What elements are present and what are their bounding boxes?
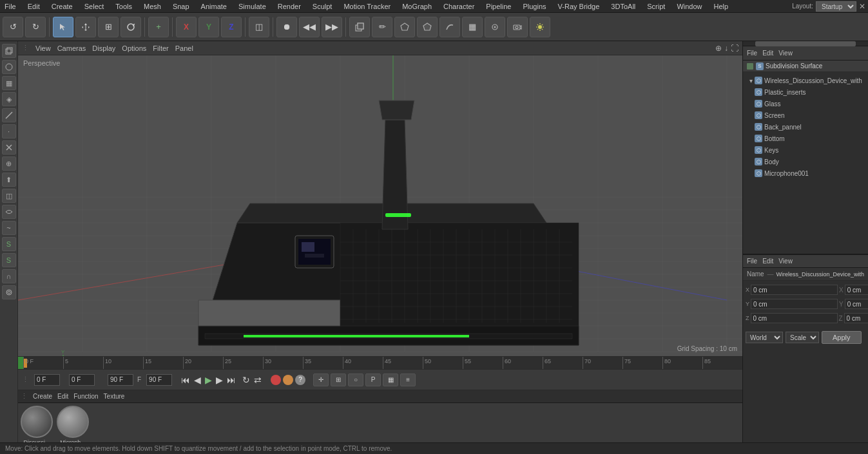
menu-mesh[interactable]: Mesh <box>142 3 163 10</box>
next-key-button[interactable]: ▶▶ <box>322 17 342 37</box>
menu-script[interactable]: Script <box>645 3 667 10</box>
mat-menu-texture[interactable]: Texture <box>104 393 125 400</box>
start-frame-input[interactable] <box>34 374 60 386</box>
mat-menu-create[interactable]: Create <box>33 393 52 400</box>
goto-end-button[interactable]: ⏭ <box>226 375 237 385</box>
prev-key-button[interactable]: ◀◀ <box>299 17 320 37</box>
material-swatch-1[interactable]: Discussi... <box>21 406 53 446</box>
record-status-red[interactable] <box>271 375 281 385</box>
tree-item-glass[interactable]: ⬡ Glass <box>744 98 867 109</box>
z-axis-button[interactable]: Z <box>221 17 242 37</box>
current-frame-input[interactable] <box>69 374 95 386</box>
tree-item-keys[interactable]: ⬡ Keys <box>744 144 867 156</box>
menu-character[interactable]: Character <box>441 3 476 10</box>
select-tool-button[interactable] <box>53 17 73 37</box>
polygon-button[interactable] <box>394 17 415 37</box>
menu-file[interactable]: File <box>3 3 18 10</box>
material-swatch-2[interactable]: Microph... <box>57 406 89 446</box>
sidebar-sphere-tool[interactable] <box>2 60 16 74</box>
x-rot-input[interactable] <box>845 285 868 295</box>
scale-dropdown[interactable]: Scale Size <box>786 332 819 343</box>
camera-button[interactable] <box>507 17 528 37</box>
playback-extra-4[interactable]: P <box>365 374 381 386</box>
vp-menu-options[interactable]: Options <box>122 44 146 52</box>
attr-menu-view[interactable]: View <box>778 258 793 265</box>
menu-sculpt[interactable]: Sculpt <box>311 3 334 10</box>
close-icon[interactable]: ✕ <box>859 2 865 11</box>
maximize-icon[interactable]: ⊕ <box>715 44 722 53</box>
mat-menu-function[interactable]: Function <box>73 393 98 400</box>
tree-item-wireless[interactable]: ▾ ⬡ Wireless_Discussion_Device_with <box>744 75 867 86</box>
vp-menu-cameras[interactable]: Cameras <box>57 44 86 52</box>
menu-select[interactable]: Select <box>82 3 106 10</box>
vp-menu-display[interactable]: Display <box>92 44 115 52</box>
record-button[interactable]: ⏺ <box>276 17 297 37</box>
playback-extra-3[interactable]: ○ <box>348 374 363 386</box>
subdivision-surface-item[interactable]: S Subdivision Surface <box>743 61 868 72</box>
sidebar-paint-tool[interactable]: S <box>2 237 16 251</box>
light-button[interactable] <box>530 17 550 37</box>
menu-help[interactable]: Help <box>712 3 731 10</box>
sidebar-snap3-tool[interactable] <box>2 285 16 299</box>
spline-button[interactable] <box>439 17 460 37</box>
menu-tools[interactable]: Tools <box>113 3 134 10</box>
sidebar-mesh-tool[interactable]: ▦ <box>2 76 16 90</box>
x-pos-input[interactable] <box>751 285 838 295</box>
obj-menu-file[interactable]: File <box>747 50 757 57</box>
playback-extra-1[interactable]: ✛ <box>313 374 329 386</box>
redo-button[interactable]: ↻ <box>25 17 46 37</box>
vp-menu-filter[interactable]: Filter <box>153 44 168 52</box>
sidebar-sculpt-tool[interactable]: S <box>2 253 16 267</box>
play-forward-button[interactable]: ▶ <box>204 375 213 385</box>
z-rot-input[interactable] <box>844 313 868 323</box>
menu-plugins[interactable]: Plugins <box>521 3 548 10</box>
obj-menu-view[interactable]: View <box>778 50 793 57</box>
vp-menu-panel[interactable]: Panel <box>175 44 193 52</box>
sidebar-cube-tool[interactable] <box>2 44 16 58</box>
menu-3dtoall[interactable]: 3DToAll <box>609 3 637 10</box>
add-object-button[interactable]: + <box>148 17 169 37</box>
menu-window[interactable]: Window <box>675 3 704 10</box>
tree-item-bottom[interactable]: ⬡ Bottom <box>744 133 867 144</box>
x-axis-button[interactable]: X <box>176 17 197 37</box>
record-status-orange[interactable] <box>283 375 293 385</box>
attr-menu-edit[interactable]: Edit <box>762 258 773 265</box>
tree-item-body[interactable]: ⬡ Body <box>744 156 867 167</box>
sidebar-knife-tool[interactable] <box>2 140 16 155</box>
menu-simulate[interactable]: Simulate <box>236 3 268 10</box>
deformer-button[interactable]: ▦ <box>462 17 483 37</box>
sidebar-weld-tool[interactable]: ⊕ <box>2 156 16 171</box>
pin-icon[interactable]: ↓ <box>724 44 728 53</box>
tree-item-plastic[interactable]: ⬡ Plastic_inserts <box>744 86 867 98</box>
undo-button[interactable]: ↺ <box>3 17 23 37</box>
bounce-button[interactable]: ⇄ <box>253 375 263 385</box>
expand-icon[interactable]: ⛶ <box>731 44 738 53</box>
shape-button[interactable] <box>417 17 438 37</box>
sidebar-magnet-tool[interactable]: ∩ <box>2 269 16 283</box>
layout-select[interactable]: Startup <box>816 1 856 12</box>
world-dropdown[interactable]: World Local Screen <box>746 332 783 343</box>
rotate-tool-button[interactable] <box>121 17 141 37</box>
sidebar-smooth-tool[interactable]: ~ <box>2 221 16 235</box>
viewport-3d[interactable]: X Y Z Perspective Grid Spacing : 10 cm <box>18 55 742 356</box>
sidebar-bevel-tool[interactable]: ◫ <box>2 189 16 203</box>
y-rot-input[interactable] <box>845 299 868 309</box>
loop-button[interactable]: ↻ <box>241 375 251 385</box>
pen-button[interactable]: ✏ <box>372 17 392 37</box>
sidebar-extrude-tool[interactable]: ⬆ <box>2 173 16 187</box>
mat-menu-edit[interactable]: Edit <box>57 393 68 400</box>
obj-menu-edit[interactable]: Edit <box>762 50 773 57</box>
tree-item-microphone001[interactable]: ⬡ Microphone001 <box>744 167 867 179</box>
world-button[interactable]: ◫ <box>249 17 269 37</box>
timeline-ruler[interactable]: 0 F51015202530354045505560657075808590 <box>23 357 742 370</box>
vp-menu-view[interactable]: View <box>35 44 51 52</box>
snap-settings-button[interactable] <box>485 17 505 37</box>
menu-mograph[interactable]: MoGraph <box>400 3 434 10</box>
menu-edit[interactable]: Edit <box>26 3 42 10</box>
sidebar-vertex-tool[interactable]: · <box>2 124 16 138</box>
end-frame-input2[interactable] <box>146 374 172 386</box>
playback-extra-5[interactable]: ▦ <box>383 374 398 386</box>
menu-create[interactable]: Create <box>50 3 75 10</box>
goto-start-button[interactable]: ⏮ <box>180 375 191 385</box>
attr-menu-file[interactable]: File <box>747 258 757 265</box>
